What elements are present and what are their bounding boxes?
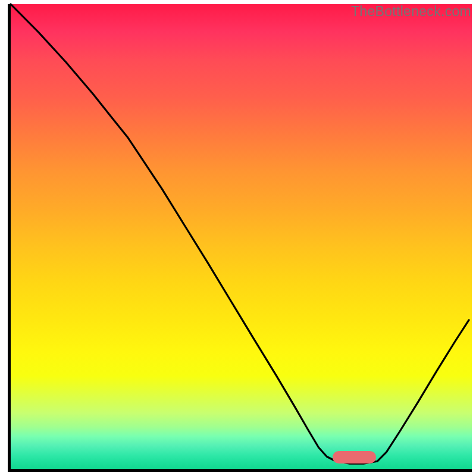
watermark-label: TheBottleneck.com: [351, 4, 471, 20]
bottleneck-chart: TheBottleneck.com: [0, 0, 476, 476]
optimal-marker: [333, 451, 376, 464]
bottleneck-curve: [11, 4, 472, 469]
plot-area: [8, 4, 472, 472]
